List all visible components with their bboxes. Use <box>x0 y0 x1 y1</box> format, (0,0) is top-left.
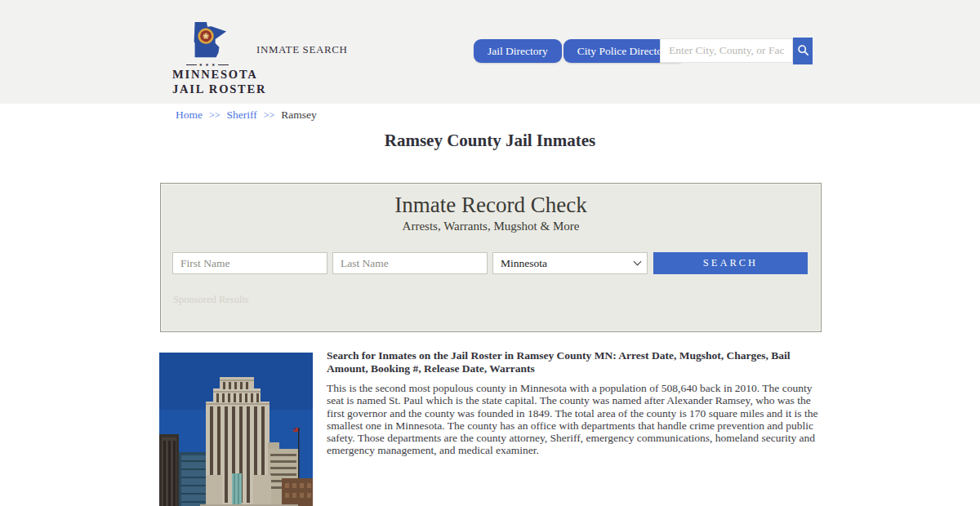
breadcrumb-home-link[interactable]: Home <box>176 109 203 122</box>
record-search-button[interactable]: SEARCH <box>653 252 808 274</box>
breadcrumb: Home >> Sheriff >> Ramsey <box>176 109 317 122</box>
header-directory-buttons: Jail Directory City Police Directory <box>474 39 685 63</box>
county-description-paragraph: This is the second most populous county … <box>327 382 822 457</box>
facility-search-button[interactable] <box>793 38 813 64</box>
last-name-input[interactable] <box>332 252 488 274</box>
jail-directory-button[interactable]: Jail Directory <box>474 39 562 63</box>
first-name-input[interactable] <box>172 252 327 274</box>
search-icon <box>797 44 809 59</box>
site-logo[interactable]: ★ ★ ★ MINNESOTA JAIL ROSTER <box>172 20 243 96</box>
logo-stars: ★ ★ ★ <box>199 63 216 67</box>
breadcrumb-separator: >> <box>209 109 220 122</box>
breadcrumb-sheriff-link[interactable]: Sheriff <box>227 109 257 122</box>
record-check-title: Inmate Record Check <box>161 193 821 218</box>
breadcrumb-separator: >> <box>264 109 275 122</box>
state-select-wrap: Minnesota <box>492 252 648 274</box>
inmate-search-heading: Search for Inmates on the Jail Roster in… <box>327 349 822 375</box>
breadcrumb-current: Ramsey <box>281 109 317 122</box>
nav-inmate-search-link[interactable]: INMATE SEARCH <box>256 43 347 56</box>
sponsored-results-label: Sponsored Results <box>173 294 249 306</box>
minnesota-state-seal-icon <box>172 20 243 62</box>
county-description-section: Search for Inmates on the Jail Roster in… <box>327 349 822 457</box>
record-check-form: Minnesota SEARCH <box>172 252 808 274</box>
state-select[interactable]: Minnesota <box>492 252 648 274</box>
logo-title-line2: JAIL ROSTER <box>172 82 243 96</box>
site-header: ★ ★ ★ MINNESOTA JAIL ROSTER INMATE SEARC… <box>0 0 980 104</box>
facility-search <box>660 38 813 64</box>
courthouse-photo <box>159 353 313 506</box>
record-check-subtitle: Arrests, Warrants, Mugshot & More <box>161 220 821 233</box>
logo-title-line1: MINNESOTA <box>172 67 243 82</box>
facility-search-input[interactable] <box>660 38 793 63</box>
page-title: Ramsey County Jail Inmates <box>0 131 980 151</box>
inmate-record-check-panel: Inmate Record Check Arrests, Warrants, M… <box>160 183 822 332</box>
